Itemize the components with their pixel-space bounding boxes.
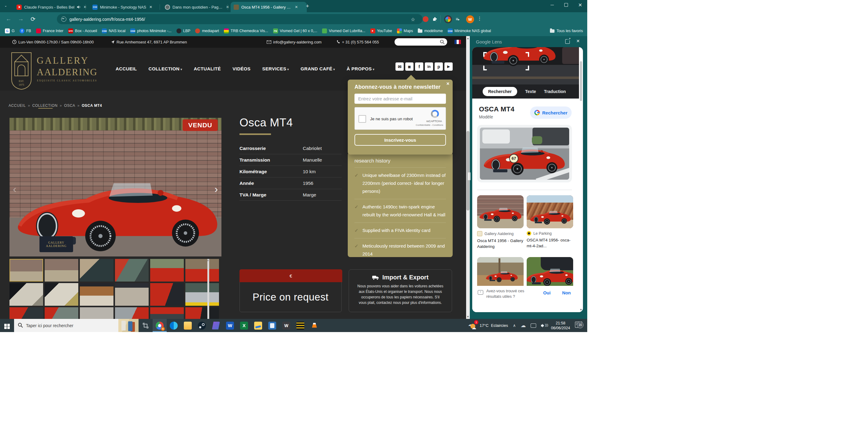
- tab-audio-icon[interactable]: [77, 5, 81, 9]
- email-link[interactable]: info@gallery-aaldering.com: [267, 36, 321, 48]
- tab-search-chevron-icon[interactable]: ⌄: [4, 4, 7, 8]
- nav-item-vid-os[interactable]: VIDÉOS: [232, 66, 250, 71]
- photo-thumbnail[interactable]: [80, 307, 114, 319]
- scrollbar-thumb[interactable]: [466, 131, 469, 210]
- taskbar-app-edge[interactable]: [167, 319, 181, 332]
- browser-tab[interactable]: Osca MT4 1956 - Gallery Aalder ✕: [230, 2, 307, 12]
- panel-resize-handle[interactable]: [468, 172, 471, 180]
- search-icon[interactable]: [440, 39, 445, 45]
- visual-match-card[interactable]: Gallery Aaldering Osca MT4 1956 - Galler…: [477, 195, 524, 249]
- browser-tab[interactable]: Dans mon quotidien - Page 46 ✕: [162, 2, 232, 12]
- taskbar-app-libreoffice[interactable]: [265, 319, 279, 332]
- start-button[interactable]: [0, 322, 14, 329]
- taskbar-app-chrome[interactable]: G: [153, 319, 167, 332]
- lens-tab-texte[interactable]: Texte: [525, 89, 536, 94]
- lens-tab-rechercher[interactable]: Rechercher: [483, 87, 517, 96]
- open-in-new-icon[interactable]: [565, 39, 570, 44]
- match-title[interactable]: Osca MT4 1956 - Gallery Aaldering: [477, 238, 524, 249]
- taskbar-app-movie-app[interactable]: [293, 319, 307, 332]
- photo-thumbnail[interactable]: [45, 307, 78, 319]
- scroll-down-icon[interactable]: ▼: [466, 315, 470, 318]
- taskbar-app-vlc[interactable]: [307, 319, 321, 332]
- lens-search-button[interactable]: Rechercher: [530, 107, 571, 119]
- photo-thumbnail[interactable]: [45, 259, 78, 282]
- phone-link[interactable]: + 31 (0) 575 564 055: [336, 36, 379, 48]
- photo-thumbnail[interactable]: [150, 283, 184, 306]
- popup-close-icon[interactable]: ✕: [446, 81, 450, 86]
- visual-match-card[interactable]: [527, 257, 573, 290]
- bookmark-item[interactable]: LBP: [177, 28, 190, 33]
- taskbar-app-w-app[interactable]: W: [279, 319, 293, 332]
- thumb-scroll-up-icon[interactable]: ▲: [207, 259, 209, 262]
- youtube-icon[interactable]: ▶: [444, 62, 453, 71]
- recaptcha-checkbox[interactable]: [359, 115, 366, 123]
- language-flag-fr[interactable]: [455, 40, 461, 44]
- window-maximize-button[interactable]: [559, 0, 573, 10]
- envelope-icon[interactable]: ✉: [396, 62, 404, 71]
- photo-thumbnail[interactable]: [115, 307, 149, 319]
- window-close-button[interactable]: ✕: [573, 0, 587, 10]
- instagram-icon[interactable]: ◙: [405, 62, 413, 71]
- breadcrumb-item[interactable]: COLLECTION: [32, 104, 58, 108]
- window-minimize-button[interactable]: [545, 0, 559, 10]
- bookmark-item[interactable]: TRB Chemedica Vis...: [224, 28, 268, 33]
- profile-avatar[interactable]: W: [466, 15, 474, 23]
- bookmark-item[interactable]: YouTube: [370, 28, 392, 33]
- breadcrumb-item[interactable]: OSCA: [64, 104, 75, 108]
- tray-expand-chevron-icon[interactable]: ∧: [513, 323, 516, 328]
- lens-hero-match-card[interactable]: 67: [477, 125, 572, 182]
- notification-center-button[interactable]: 16: [575, 322, 584, 330]
- bookmark-item[interactable]: mediapart: [195, 28, 219, 33]
- bookmark-item[interactable]: Maps: [397, 28, 413, 33]
- feedback-no-link[interactable]: Non: [562, 290, 571, 295]
- photo-thumbnail[interactable]: [115, 283, 149, 306]
- bookmark-item[interactable]: France Inter: [36, 28, 63, 33]
- browser-tab[interactable]: DSM Minimoke - Synology NAS ✕: [89, 2, 164, 12]
- feedback-yes-link[interactable]: Oui: [543, 290, 551, 295]
- tab-close-icon[interactable]: ✕: [149, 5, 152, 9]
- taskbar-app-excel[interactable]: X: [237, 319, 251, 332]
- tab-close-icon[interactable]: ✕: [295, 5, 298, 9]
- newsletter-email-input[interactable]: Entrez votre adresse e-mail: [354, 94, 446, 104]
- main-car-photo[interactable]: VENDU ‹ › GALLERYAALDERING: [9, 118, 221, 256]
- breadcrumb-item[interactable]: OSCA MT4: [82, 104, 102, 108]
- reading-list-icon[interactable]: ≡▸: [456, 16, 459, 22]
- visual-match-card[interactable]: Le Parking OSCA MT4 1956- osca-mt-4-2ad.…: [527, 195, 573, 249]
- photo-thumbnail[interactable]: [9, 283, 43, 306]
- adblock-icon[interactable]: [423, 16, 429, 22]
- photo-thumbnail[interactable]: [9, 307, 43, 319]
- carousel-prev-arrow[interactable]: ‹: [10, 184, 19, 193]
- nav-item-accueil[interactable]: ACCUEIL: [116, 66, 137, 71]
- photo-thumbnail[interactable]: [150, 259, 184, 282]
- photo-thumbnail[interactable]: [185, 283, 219, 306]
- logo-line2[interactable]: AALDERING: [37, 67, 98, 78]
- browser-menu-kebab-icon[interactable]: ⋮: [477, 16, 482, 22]
- back-button[interactable]: ←: [2, 16, 15, 22]
- photo-thumbnail[interactable]: [185, 259, 219, 282]
- photo-thumbnail[interactable]: [185, 307, 219, 319]
- recaptcha-links[interactable]: Confidentialité - Conditions: [416, 124, 443, 126]
- scroll-up-icon[interactable]: ▲: [466, 37, 470, 40]
- onedrive-cloud-icon[interactable]: ☁: [521, 322, 526, 329]
- bookmark-item[interactable]: DSMphotos Minimoke -...: [130, 28, 172, 33]
- bookmark-item[interactable]: DSMMinimoke NAS global: [448, 28, 491, 33]
- bookmark-item[interactable]: GG: [5, 28, 15, 33]
- search-daily-art[interactable]: [118, 319, 138, 332]
- bookmark-star-icon[interactable]: ☆: [411, 17, 415, 22]
- photo-thumbnail[interactable]: [150, 307, 184, 319]
- all-bookmarks-folder[interactable]: Tous les favoris: [550, 29, 583, 33]
- photo-thumbnail[interactable]: [9, 259, 43, 282]
- cast-icon[interactable]: [531, 323, 536, 328]
- lens-query-image[interactable]: [472, 47, 583, 84]
- photo-thumbnail[interactable]: [80, 259, 114, 282]
- facebook-icon[interactable]: f: [415, 62, 423, 71]
- task-view-button[interactable]: [138, 319, 153, 332]
- photo-thumbnail[interactable]: [80, 283, 114, 306]
- logo-line1[interactable]: GALLERY: [37, 55, 89, 66]
- taskbar-app-word[interactable]: W: [223, 319, 237, 332]
- volume-icon[interactable]: ))): [541, 323, 546, 328]
- bookmark-item[interactable]: Vismed Gel Lubrifia...: [322, 28, 365, 33]
- site-info-icon[interactable]: [61, 17, 66, 22]
- taskbar-app-explorer[interactable]: [181, 319, 195, 332]
- taskbar-search-box[interactable]: Taper ici pour rechercher: [14, 319, 138, 332]
